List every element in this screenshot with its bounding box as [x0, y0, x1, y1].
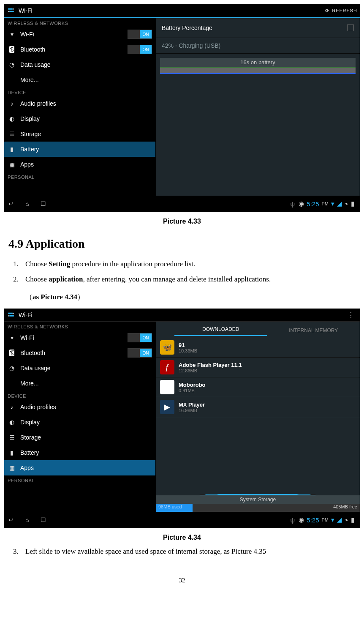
settings-icon [7, 311, 15, 319]
sidebar-item-display[interactable]: ◐Display [4, 415, 155, 430]
sidebar-label: Battery [20, 146, 39, 153]
overflow-menu-icon[interactable]: ⋮ [347, 310, 357, 320]
battery-percentage-row[interactable]: Battery Percentage [156, 18, 360, 38]
sidebar-label: Wi-Fi [20, 31, 34, 38]
home-button[interactable]: ⌂ [25, 200, 29, 207]
section-device: DEVICE [4, 391, 155, 399]
svg-point-3 [8, 11, 9, 12]
sidebar-label: Audio profiles [20, 404, 56, 410]
sidebar-item-battery[interactable]: ▮ Battery [4, 142, 155, 157]
storage-bar: 98MB used 405MB free [156, 504, 360, 512]
title-text: Wi-Fi [19, 7, 33, 14]
section-device: DEVICE [4, 87, 155, 96]
app-row[interactable]: ƒAdobe Flash Player 11.112.86MB [156, 358, 360, 377]
usb-icon: ψ [291, 200, 295, 208]
battery-graph[interactable]: 16s on battery [160, 58, 356, 74]
toggle-on-label: ON [140, 30, 152, 38]
data-usage-icon: ◔ [8, 365, 16, 371]
figure-caption: Picture 4.33 [4, 218, 360, 225]
apps-tabs: DOWNLOADED INTERNAL MEMORY [156, 322, 360, 336]
app-size: 16.98MB [179, 408, 205, 413]
display-icon: ◐ [8, 115, 16, 122]
back-button[interactable]: ↩ [8, 516, 14, 523]
instruction-list: Choose Setting procedure in the applicat… [8, 260, 360, 302]
sidebar-item-battery[interactable]: ▮Battery [4, 445, 155, 460]
sidebar-label: Display [20, 115, 40, 122]
app-size: 10.36MB [179, 348, 197, 353]
wifi-icon: ▾ [8, 334, 16, 341]
battery-status: 42% - Charging (USB) [156, 38, 360, 54]
checkbox[interactable] [347, 25, 354, 31]
list-item: Left slide to view available space and u… [20, 547, 360, 556]
sidebar-label: Storage [20, 131, 41, 137]
bluetooth-toggle[interactable]: ON [128, 45, 152, 54]
usb-icon: ψ [291, 516, 295, 524]
home-button[interactable]: ⌂ [25, 516, 29, 523]
bt-status-icon: ⌁ [345, 200, 348, 208]
sidebar-item-audio[interactable]: ♪Audio profiles [4, 399, 155, 415]
wifi-status-icon: ▾ [331, 516, 334, 524]
sidebar-item-wifi[interactable]: ▾ Wi-Fi ON [4, 330, 155, 345]
panel-title: Battery Percentage [162, 25, 212, 31]
recent-button[interactable]: ☐ [41, 200, 46, 207]
back-button[interactable]: ↩ [8, 200, 14, 207]
tab-internal[interactable]: INTERNAL MEMORY [267, 328, 360, 336]
status-bar: ψ ◉ 5:25 PM ▾ ◢ ⌁ ▮ [291, 200, 356, 208]
app-name: Adobe Flash Player 11.1 [179, 362, 242, 368]
recent-button[interactable]: ☐ [41, 516, 46, 523]
sidebar-item-apps[interactable]: ▦Apps [4, 460, 155, 475]
sidebar-item-bluetooth[interactable]: Bluetooth ON [4, 42, 155, 57]
sidebar-item-bluetooth[interactable]: Bluetooth ON [4, 345, 155, 361]
screenshot-apps: Wi-Fi ⋮ WIRELESS & NETWORKS ▾ Wi-Fi ON B… [4, 309, 360, 528]
wifi-toggle[interactable]: ON [128, 30, 152, 39]
graph-label: 16s on battery [160, 58, 356, 67]
app-icon: ▶ [160, 400, 174, 414]
settings-icon [7, 6, 15, 15]
refresh-label: REFRESH [332, 8, 357, 13]
tab-downloaded[interactable]: DOWNLOADED [174, 326, 267, 336]
sidebar-label: More... [20, 76, 39, 83]
audio-icon: ♪ [8, 404, 16, 410]
toggle-on-label: ON [140, 45, 152, 54]
app-row[interactable]: ▶MX Player16.98MB [156, 397, 360, 417]
app-size: 12.86MB [179, 368, 242, 373]
storage-icon: ☰ [8, 131, 16, 137]
sidebar-item-storage[interactable]: ☰Storage [4, 430, 155, 445]
sidebar-item-more[interactable]: More... [4, 72, 155, 87]
figure-caption: Picture 4.34 [4, 534, 360, 541]
sidebar-item-storage[interactable]: ☰ Storage [4, 126, 155, 142]
sidebar-item-apps[interactable]: ▦ Apps [4, 157, 155, 172]
battery-status-icon: ▮ [351, 516, 354, 524]
sidebar-item-data-usage[interactable]: ◔ Data usage [4, 57, 155, 72]
list-item: Choose application, after entering, you … [20, 275, 360, 302]
bluetooth-icon [8, 350, 16, 356]
app-row[interactable]: 🦋9110.36MB [156, 338, 360, 358]
title-bar: Wi-Fi ⟳ REFRESH [4, 4, 360, 17]
app-row[interactable]: 〽Moborobo0.91MB [156, 377, 360, 397]
refresh-button[interactable]: ⟳ REFRESH [325, 8, 357, 14]
bluetooth-toggle[interactable]: ON [128, 348, 152, 358]
android-icon: ◉ [299, 200, 304, 208]
sidebar-label: Wi-Fi [20, 334, 34, 341]
sidebar-item-wifi[interactable]: ▾ Wi-Fi ON [4, 27, 155, 42]
display-icon: ◐ [8, 419, 16, 426]
wifi-toggle[interactable]: ON [128, 333, 152, 342]
sidebar-item-display[interactable]: ◐ Display [4, 111, 155, 126]
app-icon: 〽 [160, 380, 174, 394]
svg-point-2 [13, 8, 14, 10]
signal-icon: ◢ [337, 200, 342, 208]
sidebar-label: More... [20, 380, 39, 387]
battery-icon: ▮ [8, 146, 16, 153]
section-personal: PERSONAL [4, 475, 155, 484]
svg-rect-6 [9, 315, 14, 317]
storage-free: 405MB free [333, 504, 357, 512]
storage-icon: ☰ [8, 434, 16, 441]
android-icon: ◉ [299, 516, 304, 524]
sidebar-label: Apps [20, 464, 34, 471]
sidebar-item-audio[interactable]: ♪ Audio profiles [4, 96, 155, 111]
section-wireless: WIRELESS & NETWORKS [4, 18, 155, 27]
nav-bar: ↩ ⌂ ☐ ψ ◉ 5:25 PM ▾ ◢ ⌁ ▮ [4, 512, 360, 528]
list-item: Choose Setting procedure in the applicat… [20, 260, 360, 268]
sidebar-item-more[interactable]: More... [4, 376, 155, 391]
sidebar-item-data-usage[interactable]: ◔ Data usage [4, 361, 155, 376]
